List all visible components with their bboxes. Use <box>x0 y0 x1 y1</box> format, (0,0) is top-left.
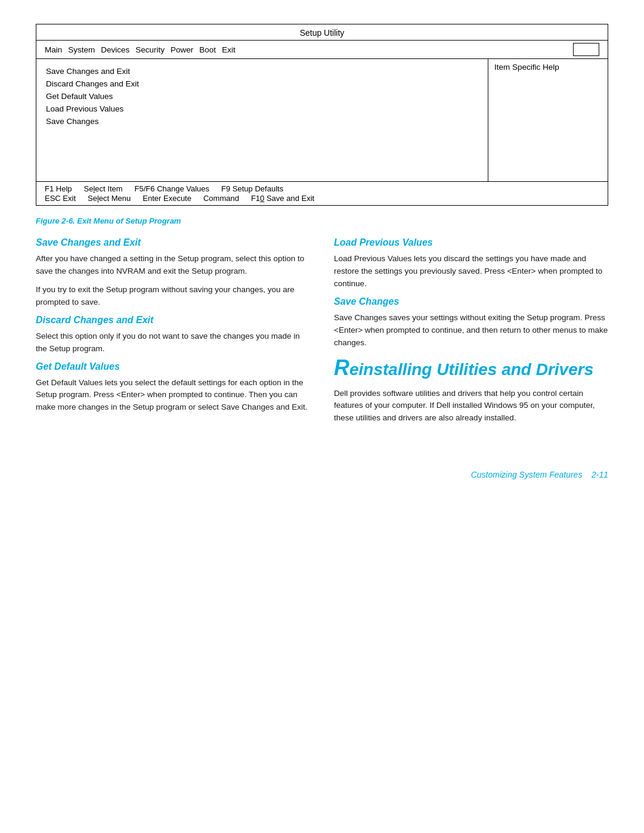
body-get-default-values: Get Default Values lets you select the d… <box>36 377 310 414</box>
footer-row-2: ESC Exit Select Menu Enter Execute Comma… <box>45 194 599 203</box>
option-get-default-values[interactable]: Get Default Values <box>46 90 478 103</box>
setup-title: Setup Utility <box>36 24 608 41</box>
menu-main[interactable]: Main <box>45 45 62 54</box>
option-save-changes-exit[interactable]: Save Changes and Exit <box>46 65 478 78</box>
section-load-previous-values: Load Previous Values Load Previous Value… <box>334 237 608 290</box>
reinstalling-body: Dell provides software utilities and dri… <box>334 388 608 425</box>
section-save-changes: Save Changes Save Changes saves your set… <box>334 296 608 349</box>
menu-highlight-box <box>573 43 599 56</box>
footer-section-label: Customizing System Features 2-11 <box>471 470 608 479</box>
body-load-previous-values: Load Previous Values lets you discard th… <box>334 253 608 290</box>
heading-load-previous-values: Load Previous Values <box>334 237 608 248</box>
option-save-changes[interactable]: Save Changes <box>46 115 478 128</box>
left-column: Save Changes and Exit After you have cha… <box>36 237 310 431</box>
option-discard-changes-exit[interactable]: Discard Changes and Exit <box>46 78 478 90</box>
reinstalling-heading: Reinstalling Utilities and Drivers <box>334 355 608 380</box>
right-panel-title: Item Specific Help <box>494 63 602 72</box>
setup-left-panel: Save Changes and Exit Discard Changes an… <box>36 59 488 181</box>
big-heading-first-letter: R <box>334 355 349 380</box>
heading-save-changes-exit: Save Changes and Exit <box>36 237 310 248</box>
body-save-changes: Save Changes saves your settings without… <box>334 312 608 349</box>
menu-boot[interactable]: Boot <box>199 45 216 54</box>
section-save-changes-exit: Save Changes and Exit After you have cha… <box>36 237 310 309</box>
heading-save-changes: Save Changes <box>334 296 608 307</box>
menu-items: Main System Devices Security Power Boot … <box>45 45 236 54</box>
body-discard-changes-exit: Select this option only if you do not wa… <box>36 330 310 355</box>
setup-footer: F1 Help Select Item F5/F6 Change Values … <box>36 181 608 205</box>
body-save-changes-exit-1: After you have changed a setting in the … <box>36 253 310 278</box>
menu-devices[interactable]: Devices <box>101 45 129 54</box>
setup-main-area: Save Changes and Exit Discard Changes an… <box>36 59 608 181</box>
heading-discard-changes-exit: Discard Changes and Exit <box>36 315 310 326</box>
section-get-default-values: Get Default Values Get Default Values le… <box>36 361 310 414</box>
setup-utility-box: Setup Utility Main System Devices Securi… <box>36 24 608 206</box>
setup-right-panel: Item Specific Help <box>488 59 608 181</box>
option-load-previous-values[interactable]: Load Previous Values <box>46 103 478 115</box>
big-heading-rest: einstalling Utilities and Drivers <box>349 360 593 379</box>
footer-row-1: F1 Help Select Item F5/F6 Change Values … <box>45 184 599 193</box>
body-save-changes-exit-2: If you try to exit the Setup program wit… <box>36 284 310 309</box>
page-footer: Customizing System Features 2-11 <box>36 466 608 479</box>
right-column: Load Previous Values Load Previous Value… <box>334 237 608 431</box>
menu-system[interactable]: System <box>68 45 95 54</box>
section-discard-changes-exit: Discard Changes and Exit Select this opt… <box>36 315 310 355</box>
setup-menu-bar: Main System Devices Security Power Boot … <box>36 41 608 59</box>
figure-caption: Figure 2-6. Exit Menu of Setup Program <box>36 216 608 225</box>
menu-security[interactable]: Security <box>135 45 165 54</box>
menu-power[interactable]: Power <box>171 45 193 54</box>
heading-get-default-values: Get Default Values <box>36 361 310 372</box>
menu-exit[interactable]: Exit <box>222 45 236 54</box>
content-columns: Save Changes and Exit After you have cha… <box>36 237 608 431</box>
